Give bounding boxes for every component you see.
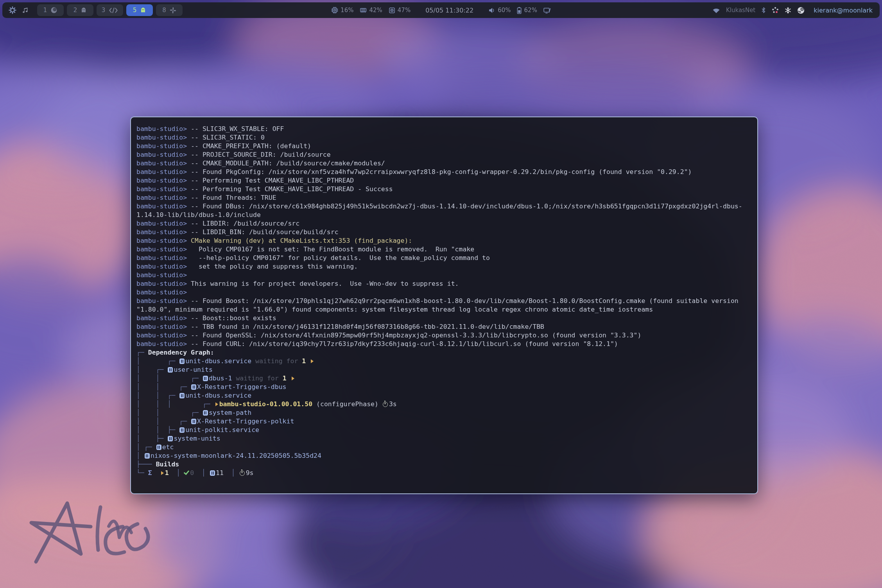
terminal-line: bambu-studio> -- Found Boost: /nix/store… (136, 297, 752, 305)
battery-icon (517, 7, 522, 14)
terminal-line: bambu-studio> CMake Warning (dev) at CMa… (136, 237, 752, 245)
terminal-line: bambu-studio> (136, 288, 752, 297)
terminal-line: bambu-studio> -- SLIC3R_STATIC: 0 (136, 133, 752, 142)
bluetooth-icon[interactable] (761, 7, 766, 14)
workspace-3[interactable]: 3 (97, 4, 123, 16)
terminal-line: │ ┌─ etc (136, 443, 752, 452)
firefox-icon (50, 7, 57, 14)
ghost-icon (140, 7, 146, 13)
terminal-line: bambu-studio> -- Boost::boost exists (136, 314, 752, 323)
workspace-number: 2 (74, 7, 77, 14)
terminal-line: │ │ ┌─ X-Restart-Triggers-polkit (136, 417, 752, 426)
pause-badge-icon (179, 359, 185, 364)
terminal-line: │ │ ┌─ X-Restart-Triggers-dbus (136, 383, 752, 391)
terminal-line: bambu-studio> -- Found PkgConfig: /nix/s… (136, 168, 752, 176)
terminal-line: │ ┌─ user-units (136, 366, 752, 374)
terminal-line: ┌─ Dependency Graph: (136, 348, 752, 357)
cpu-icon (331, 7, 338, 14)
nixos-icon[interactable] (9, 6, 16, 14)
terminal-line: bambu-studio> -- SLIC3R_WX_STABLE: OFF (136, 125, 752, 133)
terminal-line: bambu-studio> -- Found OpenSSL: /nix/sto… (136, 331, 752, 340)
workspace-5[interactable]: 5 (126, 4, 153, 16)
terminal-line: bambu-studio> -- TBB found in /nix/store… (136, 323, 752, 331)
terminal-line: bambu-studio> -- Performing Test CMAKE_H… (136, 185, 752, 194)
status-bar: 12358 16% 42% 47% 05/05 11:30:22 60% 62%… (2, 2, 880, 18)
stopwatch-icon (383, 402, 388, 407)
running-arrow-icon (161, 471, 164, 475)
terminal-body: bambu-studio> -- SLIC3R_WX_STABLE: OFFba… (131, 117, 757, 486)
workspace-number: 5 (133, 7, 137, 14)
display-icon[interactable] (543, 7, 551, 14)
terminal-line: │ │ ┌─ dbus-1 waiting for 1 (136, 374, 752, 383)
terminal-line: bambu-studio> -- CMAKE_PREFIX_PATH: (def… (136, 142, 752, 151)
workspace-2[interactable]: 2 (67, 4, 93, 16)
pause-badge-icon (145, 453, 150, 459)
terminal-line: ├─── Builds (136, 460, 752, 469)
clock: 05/05 11:30:22 (425, 7, 473, 14)
speaker-icon (488, 7, 495, 14)
pause-badge-icon (168, 436, 173, 441)
terminal-line: bambu-studio> -- LIBDIR: /build/source/s… (136, 219, 752, 228)
cpu-module: 16% (331, 7, 353, 14)
pause-badge-icon (191, 419, 196, 424)
terminal-line: │ │ ┌─ unit-dbus.service (136, 391, 752, 400)
running-arrow-icon (311, 359, 314, 363)
username-label: kierank@moonlark (814, 7, 873, 14)
tray-snowflake-icon[interactable] (785, 7, 791, 14)
pause-badge-icon (156, 445, 161, 450)
disk-icon (389, 7, 395, 14)
terminal-line: bambu-studio> set the policy and suppres… (136, 262, 752, 271)
tray-dots-icon[interactable] (772, 7, 779, 14)
terminal-line: bambu-studio> --help-policy CMP0167" for… (136, 254, 752, 262)
bar-right-cluster: KlukasNet kierank@moonlark (712, 7, 880, 14)
cpu-value: 16% (341, 7, 353, 14)
terminal-line: │ │ ├─ unit-polkit.service (136, 426, 752, 434)
pause-badge-icon (203, 410, 208, 416)
bar-left-cluster: 12358 (2, 4, 183, 16)
workspace-switcher: 12358 (37, 4, 183, 16)
pause-badge-icon (179, 393, 185, 398)
status-modules: 16% 42% 47% 05/05 11:30:22 60% 62% (331, 2, 551, 18)
workspace-number: 3 (102, 7, 106, 14)
pause-badge-icon (168, 367, 173, 373)
terminal-line: bambu-studio> -- Found Threads: TRUE (136, 194, 752, 202)
terminal-line: bambu-studio> -- CMAKE_MODULE_PATH: /bui… (136, 159, 752, 168)
pause-badge-icon (210, 470, 215, 476)
running-arrow-icon (215, 402, 218, 406)
terminal-line: bambu-studio> This warning is for projec… (136, 280, 752, 288)
pause-badge-icon (191, 384, 196, 390)
terminal-line: "1.80.0", minimum required is "1.66.0") … (136, 305, 752, 314)
ghost-icon (81, 7, 87, 13)
battery-value: 62% (524, 7, 537, 14)
steam-tray-icon[interactable] (797, 7, 805, 14)
memory-icon (360, 7, 367, 14)
memory-module: 42% (360, 7, 382, 14)
terminal-line: bambu-studio> -- LIBDIR_BIN: /build/sour… (136, 228, 752, 237)
wifi-icon[interactable] (712, 7, 720, 14)
terminal-line: bambu-studio> Policy CMP0167 is not set:… (136, 245, 752, 254)
workspace-number: 8 (162, 7, 166, 14)
disk-module: 47% (389, 7, 411, 14)
terminal-line: bambu-studio> -- Found DBus: /nix/store/… (136, 202, 752, 211)
slack-icon (170, 7, 176, 14)
pause-badge-icon (179, 427, 185, 433)
terminal-line: └─ Σ 1 │ 0 │ 11 │ 9s (136, 469, 752, 477)
music-icon[interactable] (22, 7, 29, 14)
artist-signature (20, 489, 153, 573)
terminal-line: bambu-studio> (136, 271, 752, 280)
terminal-line: │ │ ┌─ system-path (136, 409, 752, 417)
stopwatch-icon (240, 471, 245, 476)
done-check-icon (184, 469, 189, 475)
terminal-line: bambu-studio> -- Performing Test CMAKE_H… (136, 176, 752, 185)
workspace-1[interactable]: 1 (37, 4, 64, 16)
code-icon (109, 7, 118, 13)
terminal-line: │ ├─ system-units (136, 434, 752, 443)
terminal-line: 1.14.10-lib/lib/dbus-1.0/include (136, 211, 752, 219)
terminal-line: bambu-studio> -- PROJECT_SOURCE_DIR: /bu… (136, 151, 752, 159)
workspace-8[interactable]: 8 (156, 4, 183, 16)
terminal-line: bambu-studio> -- Found CURL: /nix/store/… (136, 340, 752, 348)
wifi-ssid: KlukasNet (726, 7, 755, 14)
volume-module[interactable]: 60% (488, 7, 511, 14)
disk-value: 47% (398, 7, 411, 14)
terminal-window[interactable]: bambu-studio> -- SLIC3R_WX_STABLE: OFFba… (130, 117, 758, 494)
